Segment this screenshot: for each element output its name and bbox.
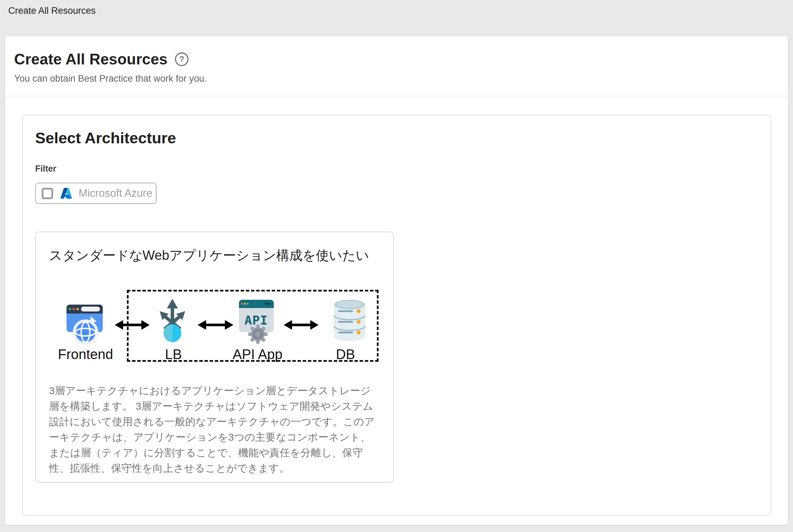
section-title: Select Architecture <box>35 129 758 147</box>
azure-filter-checkbox[interactable] <box>42 188 53 199</box>
azure-filter-label: Microsoft Azure <box>79 187 152 200</box>
main-panel: Create All Resources ? You can obtain Be… <box>5 36 788 525</box>
page-title: Create All Resources <box>14 51 168 68</box>
svg-text:?: ? <box>179 54 184 64</box>
select-architecture-section: Select Architecture Filter <box>22 115 771 516</box>
architecture-description: 3層アーキテクチャにおけるアプリケーション層とデータストレージ層を構築します。 … <box>49 383 380 476</box>
azure-filter-chip[interactable]: Microsoft Azure <box>35 183 157 204</box>
page-subtitle: You can obtain Best Practice that work f… <box>14 73 779 84</box>
azure-logo-icon <box>60 187 72 200</box>
help-circle-icon[interactable]: ? <box>174 51 190 67</box>
node-label-lb: LB <box>146 347 201 362</box>
api-window-text: API <box>244 313 268 327</box>
load-balancer-icon <box>151 297 193 342</box>
browser-globe-icon <box>64 304 105 346</box>
double-arrow-icon <box>114 319 150 331</box>
breadcrumb: Create All Resources <box>8 6 96 16</box>
filter-label: Filter <box>35 164 758 174</box>
architecture-diagram: API <box>49 287 380 368</box>
database-icon <box>333 299 366 342</box>
content-area: Select Architecture Filter <box>5 96 788 516</box>
architecture-card-title: スタンダードなWebアプリケーション構成を使いたい <box>49 245 380 266</box>
node-label-frontend: Frontend <box>58 347 113 362</box>
double-arrow-icon <box>197 319 234 331</box>
double-arrow-icon <box>283 319 319 331</box>
page-header: Create All Resources ? You can obtain Be… <box>5 36 788 84</box>
api-app-gear-icon: API <box>238 299 274 345</box>
architecture-card[interactable]: スタンダードなWebアプリケーション構成を使いたい <box>35 232 394 483</box>
node-label-db: DB <box>318 347 373 362</box>
node-label-api-app: API App <box>230 347 285 362</box>
